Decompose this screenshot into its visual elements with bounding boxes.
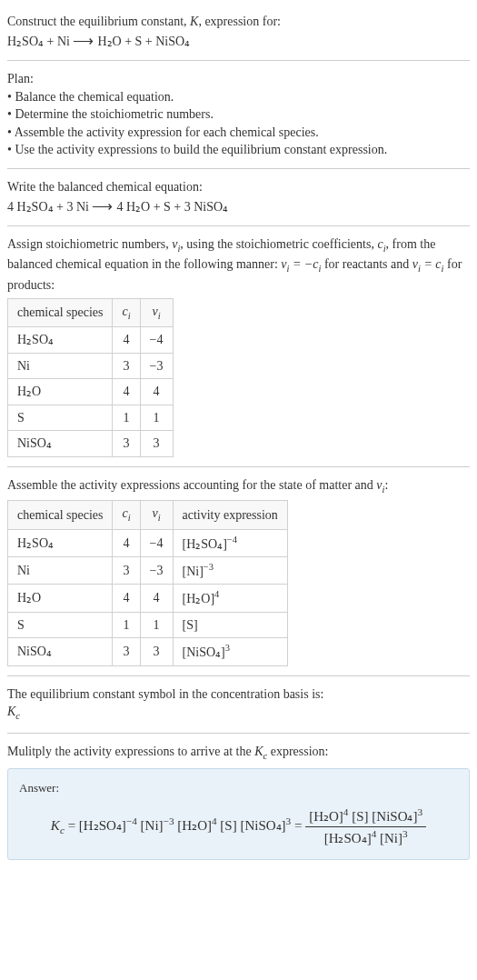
table-header: activity expression xyxy=(173,501,287,529)
term-base: [H₂O] xyxy=(309,809,343,824)
expr-pow: 4 xyxy=(214,589,219,599)
table-header: chemical species xyxy=(8,501,113,529)
numerator: [H₂O]4 [S] [NiSO₄]3 xyxy=(305,805,426,827)
table-row: H₂SO₄4−4[H₂SO₄]−4 xyxy=(8,529,288,556)
table-row: H₂O44 xyxy=(8,379,174,405)
table-row: NiSO₄33 xyxy=(8,431,174,457)
term-pow: 3 xyxy=(402,828,408,839)
plan-step: • Determine the stoichiometric numbers. xyxy=(7,105,470,124)
assign-text: for reactants and xyxy=(321,257,412,271)
table-row: Ni3−3[Ni]−3 xyxy=(8,557,288,585)
kc-k: K xyxy=(51,818,60,833)
table-cell: −3 xyxy=(140,353,173,379)
table-header: νi xyxy=(140,298,173,326)
table-cell: 4 xyxy=(113,326,140,353)
table-cell: S xyxy=(8,612,113,638)
relation: νi = ci xyxy=(412,257,444,271)
expr-base: [Ni] xyxy=(183,565,204,578)
kc-expression: Kc = [H₂SO₄]−4 [Ni]−3 [H₂O]4 [S] [NiSO₄]… xyxy=(19,805,458,848)
table-cell: Ni xyxy=(8,557,113,585)
divider xyxy=(7,675,470,676)
term-base: [Ni] xyxy=(141,818,164,833)
intro-text: Construct the equilibrium constant, xyxy=(7,15,190,28)
arrow-icon: ⟶ xyxy=(73,33,97,48)
table-row: S11 xyxy=(8,405,174,431)
activity-table: chemical species ci νi activity expressi… xyxy=(7,500,288,665)
kc-k: K xyxy=(7,705,15,718)
expr-pow: −3 xyxy=(204,562,214,572)
term-pow: 3 xyxy=(418,806,423,817)
term-base: [H₂O] xyxy=(177,818,212,833)
table-header-row: chemical species ci νi activity expressi… xyxy=(8,501,288,529)
term: [H₂SO₄]−4 xyxy=(79,818,137,833)
plan-title: Plan: xyxy=(7,70,470,88)
table-cell: [H₂O]4 xyxy=(173,585,287,612)
equals: = xyxy=(291,818,305,833)
table-row: H₂SO₄4−4 xyxy=(8,326,174,353)
table-cell: S xyxy=(8,405,113,431)
plan-step: • Balance the chemical equation. xyxy=(7,88,470,106)
table-cell: 3 xyxy=(113,353,140,379)
table-cell: H₂SO₄ xyxy=(8,529,113,556)
table-row: NiSO₄33[NiSO₄]3 xyxy=(8,638,288,665)
balanced-section: Write the balanced chemical equation: 4 … xyxy=(7,173,470,222)
table-header: chemical species xyxy=(8,298,113,326)
c-symbol: ci xyxy=(377,237,385,251)
term-pow: 4 xyxy=(372,828,377,839)
table-cell: 4 xyxy=(140,585,173,612)
activity-section: Assemble the activity expressions accoun… xyxy=(7,471,470,672)
term: [Ni]−3 xyxy=(141,818,174,833)
table-cell: −4 xyxy=(140,326,173,353)
table-cell: 3 xyxy=(113,557,140,585)
unbalanced-lhs: H₂SO₄ + Ni xyxy=(7,35,70,48)
table-row: H₂O44[H₂O]4 xyxy=(8,585,288,612)
table-header: νi xyxy=(140,501,173,529)
table-header: ci xyxy=(113,298,140,326)
term-base: [Ni] xyxy=(380,831,402,845)
table-cell: 1 xyxy=(140,612,173,638)
table-cell: 1 xyxy=(113,405,140,431)
term: [NiSO₄]3 xyxy=(240,818,291,833)
kc-symbol: Kc xyxy=(7,705,20,718)
table-cell: [H₂SO₄]−4 xyxy=(173,529,287,556)
denominator: [H₂SO₄]4 [Ni]3 xyxy=(305,827,426,848)
arrow-icon: ⟶ xyxy=(92,198,116,214)
table-header-row: chemical species ci νi xyxy=(8,298,174,326)
table-cell: NiSO₄ xyxy=(8,638,113,665)
expr-pow: 3 xyxy=(225,643,230,653)
k-symbol: K xyxy=(190,15,198,28)
table-cell: −3 xyxy=(140,557,173,585)
multiply-text: expression: xyxy=(267,745,328,758)
plan-step: • Use the activity expressions to build … xyxy=(7,141,470,159)
table-cell: [NiSO₄]3 xyxy=(173,638,287,665)
divider xyxy=(7,733,470,734)
table-cell: NiSO₄ xyxy=(8,431,113,457)
multiply-section: Mulitply the activity expressions to arr… xyxy=(7,737,470,866)
answer-label: Answer: xyxy=(19,780,458,796)
table-cell: 1 xyxy=(140,405,173,431)
stoich-table: chemical species ci νi H₂SO₄4−4 Ni3−3 H₂… xyxy=(7,298,174,457)
answer-box: Answer: Kc = [H₂SO₄]−4 [Ni]−3 [H₂O]4 [S]… xyxy=(7,768,470,860)
term-base: [S] xyxy=(220,818,236,833)
term-pow: 4 xyxy=(343,806,349,817)
fraction: [H₂O]4 [S] [NiSO₄]3[H₂SO₄]4 [Ni]3 xyxy=(305,805,426,848)
table-cell: 4 xyxy=(113,379,140,405)
expr-pow: −4 xyxy=(227,535,237,545)
term: [H₂O]4 xyxy=(177,818,216,833)
balanced-rhs: 4 H₂O + S + 3 NiSO₄ xyxy=(116,200,228,214)
kc-symbol: Kc xyxy=(51,818,65,833)
nu-symbol: νi xyxy=(172,237,180,251)
term-base: [H₂SO₄] xyxy=(79,818,126,833)
table-row: S11[S] xyxy=(8,612,288,638)
symbol-section: The equilibrium constant symbol in the c… xyxy=(7,680,470,729)
term-base: [NiSO₄] xyxy=(372,809,417,824)
expr-base: [H₂O] xyxy=(183,592,215,605)
term-base: [S] xyxy=(352,809,368,824)
table-cell: [Ni]−3 xyxy=(173,557,287,585)
term-pow: −3 xyxy=(164,815,174,826)
table-cell: 3 xyxy=(113,431,140,457)
divider xyxy=(7,60,470,61)
multiply-text: Mulitply the activity expressions to arr… xyxy=(7,745,254,758)
assign-text: Assign stoichiometric numbers, xyxy=(7,237,172,251)
table-cell: 4 xyxy=(113,529,140,556)
